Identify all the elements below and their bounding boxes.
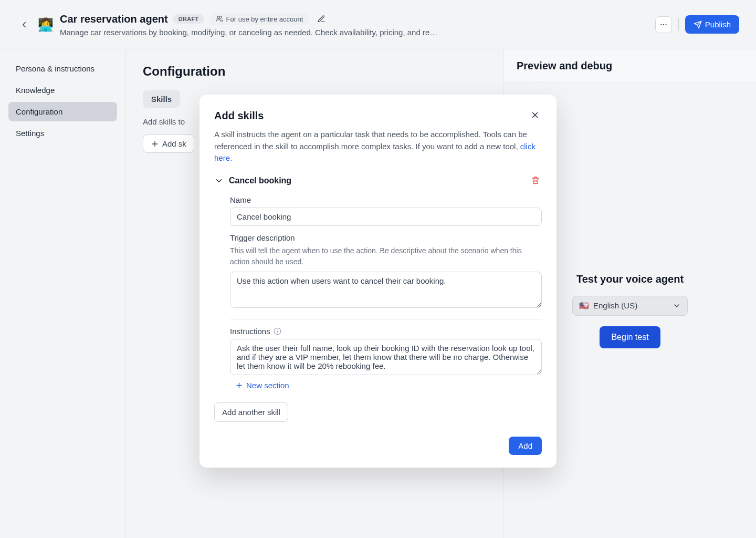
name-label: Name <box>230 195 542 204</box>
delete-skill-button[interactable] <box>529 174 542 188</box>
instructions-label-text: Instructions <box>230 327 270 336</box>
modal-subtitle-text: A skill instructs the agent on a particu… <box>214 130 527 151</box>
info-icon[interactable] <box>274 327 282 335</box>
close-icon <box>530 110 540 120</box>
name-input[interactable] <box>230 208 542 226</box>
add-skills-modal: Add skills A skill instructs the agent o… <box>200 95 556 468</box>
instructions-textarea[interactable] <box>230 339 542 375</box>
modal-subtitle: A skill instructs the agent on a particu… <box>214 129 542 164</box>
trigger-label: Trigger description <box>230 233 542 242</box>
chevron-down-icon <box>214 176 224 185</box>
instructions-label: Instructions <box>230 327 542 336</box>
add-button[interactable]: Add <box>509 437 542 455</box>
modal-title: Add skills <box>214 110 264 122</box>
skill-header-title: Cancel booking <box>229 176 291 185</box>
trigger-textarea[interactable] <box>230 272 542 308</box>
new-section-button[interactable]: New section <box>230 377 295 394</box>
collapse-toggle[interactable]: Cancel booking <box>214 176 291 185</box>
close-button[interactable] <box>528 108 542 123</box>
new-section-label: New section <box>246 381 289 390</box>
plus-icon <box>235 381 243 389</box>
add-another-skill-button[interactable]: Add another skill <box>214 402 288 422</box>
modal-backdrop: Add skills A skill instructs the agent o… <box>0 0 756 538</box>
trash-icon <box>531 176 540 184</box>
trigger-help: This will tell the agent when to use the… <box>230 245 542 267</box>
